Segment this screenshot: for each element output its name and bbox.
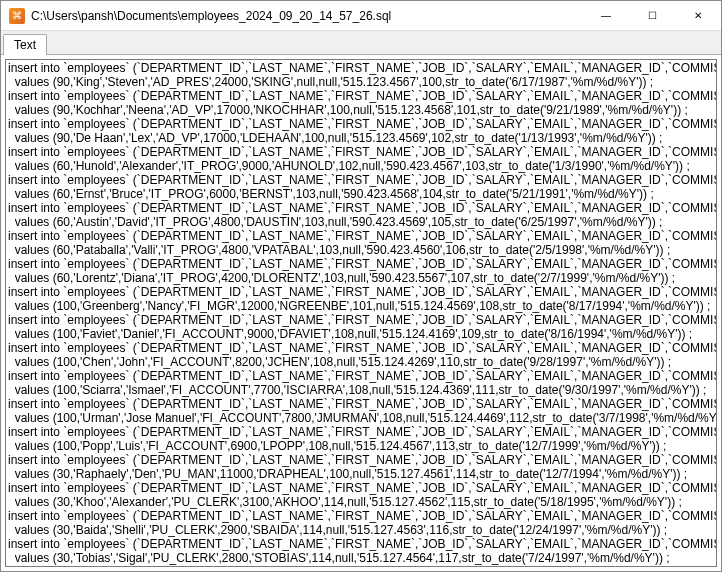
text-line: insert into `employees` (`DEPARTMENT_ID`… — [8, 61, 714, 75]
text-line: insert into `employees` (`DEPARTMENT_ID`… — [8, 565, 714, 567]
text-line: values (100,'Sciarra','Ismael','FI_ACCOU… — [8, 383, 714, 397]
text-area[interactable]: insert into `employees` (`DEPARTMENT_ID`… — [5, 59, 717, 567]
app-icon: ⌘ — [9, 8, 25, 24]
text-line: values (90,'King','Steven','AD_PRES',240… — [8, 75, 714, 89]
maximize-icon: ☐ — [648, 10, 657, 21]
text-line: insert into `employees` (`DEPARTMENT_ID`… — [8, 285, 714, 299]
text-line: insert into `employees` (`DEPARTMENT_ID`… — [8, 453, 714, 467]
window-controls: — ☐ ✕ — [583, 1, 721, 30]
text-line: values (100,'Greenberg','Nancy','FI_MGR'… — [8, 299, 714, 313]
text-line: insert into `employees` (`DEPARTMENT_ID`… — [8, 145, 714, 159]
tab-text[interactable]: Text — [3, 34, 47, 55]
minimize-button[interactable]: — — [583, 1, 629, 30]
text-line: values (100,'Faviet','Daniel','FI_ACCOUN… — [8, 327, 714, 341]
tab-bar: Text — [1, 31, 721, 55]
text-line: insert into `employees` (`DEPARTMENT_ID`… — [8, 481, 714, 495]
text-line: insert into `employees` (`DEPARTMENT_ID`… — [8, 229, 714, 243]
text-line: values (100,'Popp','Luis','FI_ACCOUNT',6… — [8, 439, 714, 453]
text-line: values (30,'Baida','Shelli','PU_CLERK',2… — [8, 523, 714, 537]
text-line: values (60,'Lorentz','Diana','IT_PROG',4… — [8, 271, 714, 285]
text-line: insert into `employees` (`DEPARTMENT_ID`… — [8, 369, 714, 383]
window-title: C:\Users\pansh\Documents\employees_2024_… — [31, 9, 583, 23]
text-line: values (30,'Tobias','Sigal','PU_CLERK',2… — [8, 551, 714, 565]
text-line: values (60,'Ernst','Bruce','IT_PROG',600… — [8, 187, 714, 201]
text-line: values (90,'Kochhar','Neena','AD_VP',170… — [8, 103, 714, 117]
minimize-icon: — — [601, 10, 611, 21]
text-line: insert into `employees` (`DEPARTMENT_ID`… — [8, 537, 714, 551]
text-line: insert into `employees` (`DEPARTMENT_ID`… — [8, 89, 714, 103]
window-titlebar: ⌘ C:\Users\pansh\Documents\employees_202… — [1, 1, 721, 31]
text-line: insert into `employees` (`DEPARTMENT_ID`… — [8, 425, 714, 439]
text-line: values (30,'Raphaely','Den','PU_MAN',110… — [8, 467, 714, 481]
text-line: insert into `employees` (`DEPARTMENT_ID`… — [8, 313, 714, 327]
text-line: values (60,'Austin','David','IT_PROG',48… — [8, 215, 714, 229]
text-line: values (60,'Hunold','Alexander','IT_PROG… — [8, 159, 714, 173]
text-line: insert into `employees` (`DEPARTMENT_ID`… — [8, 201, 714, 215]
text-line: values (60,'Pataballa','Valli','IT_PROG'… — [8, 243, 714, 257]
tab-label: Text — [14, 38, 36, 52]
text-line: insert into `employees` (`DEPARTMENT_ID`… — [8, 173, 714, 187]
text-line: insert into `employees` (`DEPARTMENT_ID`… — [8, 257, 714, 271]
text-line: values (100,'Urman','Jose Manuel','FI_AC… — [8, 411, 714, 425]
text-line: insert into `employees` (`DEPARTMENT_ID`… — [8, 341, 714, 355]
text-line: values (30,'Khoo','Alexander','PU_CLERK'… — [8, 495, 714, 509]
text-line: insert into `employees` (`DEPARTMENT_ID`… — [8, 117, 714, 131]
text-line: values (90,'De Haan','Lex','AD_VP',17000… — [8, 131, 714, 145]
text-line: values (100,'Chen','John','FI_ACCOUNT',8… — [8, 355, 714, 369]
maximize-button[interactable]: ☐ — [629, 1, 675, 30]
close-button[interactable]: ✕ — [675, 1, 721, 30]
content-wrapper: insert into `employees` (`DEPARTMENT_ID`… — [1, 55, 721, 571]
close-icon: ✕ — [694, 10, 702, 21]
text-line: insert into `employees` (`DEPARTMENT_ID`… — [8, 397, 714, 411]
text-line: insert into `employees` (`DEPARTMENT_ID`… — [8, 509, 714, 523]
